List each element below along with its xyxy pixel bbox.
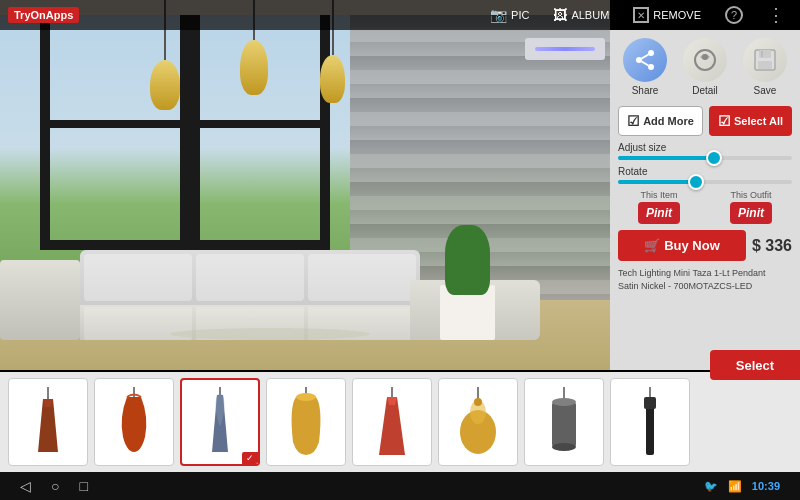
svg-rect-10 bbox=[761, 51, 763, 57]
adjust-size-section: Adjust size bbox=[618, 142, 792, 160]
sofa-back-section-2 bbox=[196, 254, 304, 301]
album-icon: 🖼 bbox=[553, 7, 567, 23]
pinit-this-outfit-label: Pinit bbox=[738, 206, 764, 220]
save-button[interactable]: Save bbox=[743, 38, 787, 96]
lamp-thumb-5[interactable] bbox=[352, 378, 432, 466]
product-description: Tech Lighting Mini Taza 1-Lt Pendant Sat… bbox=[618, 267, 792, 292]
svg-point-0 bbox=[648, 50, 654, 56]
svg-rect-27 bbox=[552, 402, 576, 447]
chair bbox=[0, 260, 80, 340]
remove-button[interactable]: ✕ REMOVE bbox=[627, 5, 707, 25]
nav-bar: ◁ ○ □ 🐦 📶 10:39 bbox=[0, 472, 800, 500]
ac-display bbox=[535, 47, 595, 51]
this-item-col: This Item Pinit bbox=[618, 190, 700, 224]
lamp-thumb-4[interactable] bbox=[266, 378, 346, 466]
panel-icons-row: Share Detail bbox=[623, 38, 787, 96]
rotate-fill bbox=[618, 180, 696, 184]
lamp-thumb-8[interactable] bbox=[610, 378, 690, 466]
lamp-thumb-6[interactable] bbox=[438, 378, 518, 466]
pendant-shade-1 bbox=[150, 60, 180, 110]
svg-rect-32 bbox=[644, 397, 656, 409]
svg-point-29 bbox=[552, 443, 576, 451]
detail-icon bbox=[683, 38, 727, 82]
help-icon: ? bbox=[725, 6, 743, 24]
remove-icon: ✕ bbox=[633, 7, 649, 23]
share-button[interactable]: Share bbox=[623, 38, 667, 96]
sofa-back bbox=[80, 250, 420, 305]
save-icon bbox=[743, 38, 787, 82]
lamp-thumb-7[interactable] bbox=[524, 378, 604, 466]
rotate-track[interactable] bbox=[618, 180, 792, 184]
sofa-back-section-3 bbox=[308, 254, 416, 301]
pinit-this-item-label: Pinit bbox=[646, 206, 672, 220]
app: TryOnApps 📷 PIC 🖼 ALBUM ✕ REMOVE ? ⋮ bbox=[0, 0, 800, 500]
price-tag: $ 336 bbox=[752, 237, 792, 255]
clock: 10:39 bbox=[752, 480, 780, 492]
nav-icons-left: ◁ ○ □ bbox=[20, 478, 88, 494]
detail-button[interactable]: Detail bbox=[683, 38, 727, 96]
add-more-button[interactable]: ☑ Add More bbox=[618, 106, 703, 136]
select-all-button[interactable]: ☑ Select All bbox=[709, 106, 792, 136]
twitter-icon: 🐦 bbox=[704, 480, 718, 493]
table-reflection bbox=[170, 328, 370, 340]
ac-unit bbox=[525, 38, 605, 60]
svg-point-18 bbox=[296, 393, 316, 401]
plant-leaves bbox=[445, 225, 490, 295]
pinit-this-item-button[interactable]: Pinit bbox=[638, 202, 680, 224]
svg-point-6 bbox=[702, 54, 708, 60]
toolbar: TryOnApps 📷 PIC 🖼 ALBUM ✕ REMOVE ? ⋮ bbox=[0, 0, 800, 30]
buy-now-button[interactable]: 🛒 Buy Now bbox=[618, 230, 746, 261]
brand-badge: TryOnApps bbox=[8, 7, 79, 23]
svg-point-25 bbox=[474, 398, 482, 406]
more-button[interactable]: ⋮ bbox=[761, 2, 792, 28]
pinit-section: This Item Pinit This Outfit Pinit bbox=[618, 190, 792, 224]
back-button[interactable]: ◁ bbox=[20, 478, 31, 494]
album-button[interactable]: 🖼 ALBUM bbox=[547, 5, 615, 25]
svg-point-1 bbox=[636, 57, 642, 63]
svg-line-3 bbox=[642, 62, 649, 66]
window-crossbar-1 bbox=[40, 120, 190, 128]
rotate-thumb[interactable] bbox=[688, 174, 704, 190]
share-icon bbox=[623, 38, 667, 82]
window-crossbar-2 bbox=[190, 120, 330, 128]
selected-indicator: ✓ bbox=[242, 452, 258, 464]
wifi-icon: 📶 bbox=[728, 480, 742, 493]
cart-icon: 🛒 bbox=[644, 238, 660, 253]
pinit-this-outfit-button[interactable]: Pinit bbox=[730, 202, 772, 224]
lamp-thumb-3[interactable]: ✓ bbox=[180, 378, 260, 466]
camera-icon: 📷 bbox=[490, 7, 507, 23]
recents-button[interactable]: □ bbox=[79, 478, 87, 494]
svg-line-4 bbox=[642, 55, 649, 59]
svg-rect-8 bbox=[759, 50, 771, 58]
svg-point-2 bbox=[648, 64, 654, 70]
lamp-thumb-1[interactable] bbox=[8, 378, 88, 466]
select-button[interactable]: Select bbox=[710, 350, 800, 380]
help-button[interactable]: ? bbox=[719, 4, 749, 26]
lamp-thumb-2[interactable] bbox=[94, 378, 174, 466]
adjust-size-thumb[interactable] bbox=[706, 150, 722, 166]
plant bbox=[440, 285, 495, 340]
adjust-size-fill bbox=[618, 156, 714, 160]
add-icon: ☑ bbox=[627, 113, 640, 129]
bottom-strip: ✓ bbox=[0, 372, 800, 472]
rotate-section: Rotate bbox=[618, 166, 792, 184]
sofa-back-section-1 bbox=[84, 254, 192, 301]
home-button[interactable]: ○ bbox=[51, 478, 59, 494]
more-icon: ⋮ bbox=[767, 4, 786, 26]
sofa bbox=[80, 250, 420, 340]
action-buttons-row: ☑ Add More ☑ Select All bbox=[618, 106, 792, 136]
main-scene bbox=[0, 0, 610, 370]
pendant-shade-3 bbox=[320, 55, 345, 103]
status-bar-right: 🐦 📶 10:39 bbox=[704, 480, 780, 493]
adjust-size-track[interactable] bbox=[618, 156, 792, 160]
this-outfit-col: This Outfit Pinit bbox=[710, 190, 792, 224]
buy-row: 🛒 Buy Now $ 336 bbox=[618, 230, 792, 261]
svg-marker-20 bbox=[379, 397, 405, 455]
svg-point-28 bbox=[552, 398, 576, 406]
pendant-shade-2 bbox=[240, 40, 268, 95]
select-label: Select bbox=[736, 358, 774, 373]
right-panel: Share Detail bbox=[610, 30, 800, 370]
svg-rect-9 bbox=[758, 61, 772, 69]
select-all-icon: ☑ bbox=[718, 113, 731, 129]
pic-button[interactable]: 📷 PIC bbox=[484, 5, 535, 25]
